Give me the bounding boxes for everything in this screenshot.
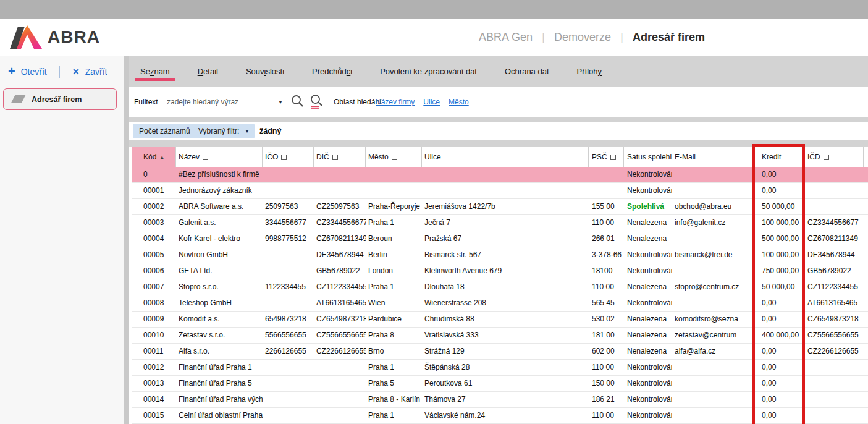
table-row[interactable]: 00006GETA Ltd.GB56789022LondonKlelinwort… xyxy=(132,263,868,279)
cell-ulice[interactable]: Ječná 7 xyxy=(422,215,589,231)
cell-kredit[interactable]: 0,00 xyxy=(755,360,803,375)
column-filter-icon[interactable] xyxy=(824,155,829,160)
cell-kod[interactable]: 00009 xyxy=(132,312,176,327)
cell-dic[interactable] xyxy=(314,183,366,198)
breadcrumb-environment[interactable]: Demoverze xyxy=(554,31,611,44)
cell-kod[interactable]: 00003 xyxy=(132,215,176,231)
cell-ulice[interactable]: Klelinworth Avenue 679 xyxy=(422,263,589,279)
cell-dic[interactable]: AT6613165465 xyxy=(314,295,366,311)
cell-icd[interactable]: CZ5566556655 xyxy=(803,328,864,343)
cell-status[interactable]: Nenalezena xyxy=(624,215,672,231)
cell-kredit[interactable]: 0,00 xyxy=(755,408,803,423)
cell-mesto[interactable]: Beroun xyxy=(366,231,422,247)
table-row[interactable]: 00003Galenit a.s.3344556677CZ3344556677P… xyxy=(132,215,868,231)
cell-ico[interactable] xyxy=(263,360,314,375)
cell-nazev[interactable]: Finanční úřad Praha 5 xyxy=(176,376,263,391)
cell-dic[interactable] xyxy=(314,408,366,423)
cell-kredit[interactable]: 0,00 xyxy=(755,295,803,311)
cell-nazev[interactable]: Teleshop GmbH xyxy=(176,295,263,311)
cell-email[interactable] xyxy=(672,392,755,407)
cell-kod[interactable]: 00007 xyxy=(132,279,176,295)
cell-email[interactable]: info@galenit.cz xyxy=(672,215,755,231)
cell-kod[interactable]: 00005 xyxy=(132,247,176,263)
cell-status[interactable]: Nenalezena xyxy=(624,328,672,343)
cell-icd[interactable] xyxy=(803,360,864,375)
cell-icd[interactable] xyxy=(803,376,864,391)
cell-ulice[interactable]: Peroutkova 61 xyxy=(422,376,589,391)
cell-icd[interactable]: CZ6708211349 xyxy=(803,231,864,247)
close-button[interactable]: ✕ Zavřít xyxy=(72,61,107,82)
cell-dic[interactable]: GB56789022 xyxy=(314,263,366,279)
cell-nazev[interactable]: Finanční úřad Praha východ xyxy=(176,392,263,407)
record-count-button[interactable]: Počet záznamů xyxy=(133,124,196,138)
cell-ulice[interactable]: Jeremiášova 1422/7b xyxy=(422,199,589,214)
cell-psc[interactable]: 110 00 xyxy=(589,360,624,375)
cell-mesto[interactable]: Praha-Řeporyje xyxy=(366,199,422,214)
panel-splitter[interactable] xyxy=(124,56,129,424)
cell-nazev[interactable]: #Bez příslušnosti k firmě xyxy=(176,167,263,182)
table-row[interactable]: 00004Kofr Karel - elektro9988775512CZ670… xyxy=(132,231,868,247)
cell-kredit[interactable]: 0,00 xyxy=(755,392,803,407)
cell-ico[interactable]: 3344556677 xyxy=(263,215,314,231)
column-header-dic[interactable]: DIČ xyxy=(314,147,366,167)
cell-psc[interactable] xyxy=(589,183,624,198)
search-highlight-icon[interactable] xyxy=(310,87,324,117)
cell-kod[interactable]: 00010 xyxy=(132,328,176,343)
cell-email[interactable] xyxy=(672,408,755,423)
cell-icd[interactable] xyxy=(803,167,864,182)
cell-mesto[interactable]: Pardubice xyxy=(366,312,422,327)
cell-ico[interactable] xyxy=(263,392,314,407)
cell-ulice[interactable] xyxy=(422,183,589,198)
cell-ulice[interactable]: Strážná 129 xyxy=(422,344,589,359)
cell-mesto[interactable] xyxy=(366,167,422,182)
cell-kredit[interactable]: 50 000,00 xyxy=(755,199,803,214)
cell-kredit[interactable]: 0,00 xyxy=(755,312,803,327)
tab-ochrana-dat[interactable]: Ochrana dat xyxy=(499,56,555,87)
cell-mesto[interactable]: Praha 8 xyxy=(366,328,422,343)
cell-ulice[interactable]: Pražská 67 xyxy=(422,231,589,247)
cell-dic[interactable]: CZ1122334455 xyxy=(314,279,366,295)
cell-email[interactable]: bismarck@frei.de xyxy=(672,247,755,263)
cell-email[interactable] xyxy=(672,167,755,182)
cell-mesto[interactable]: Brno xyxy=(366,344,422,359)
cell-kod[interactable]: 00011 xyxy=(132,344,176,359)
column-filter-icon[interactable] xyxy=(203,155,208,160)
cell-icd[interactable]: CZ3344556677 xyxy=(803,215,864,231)
table-row[interactable]: 00010Zetastav s.r.o.5566556655CZ55665566… xyxy=(132,328,868,344)
cell-kredit[interactable]: 750 000,00 xyxy=(755,263,803,279)
cell-mesto[interactable]: Wien xyxy=(366,295,422,311)
scope-link-n-zev-firmy[interactable]: Název firmy xyxy=(376,98,415,106)
cell-psc[interactable] xyxy=(589,167,624,182)
cell-ulice[interactable]: Bismarck str. 567 xyxy=(422,247,589,263)
cell-icd[interactable]: CZ1122334455 xyxy=(803,279,864,295)
cell-psc[interactable]: 110 00 xyxy=(589,279,624,295)
table-row[interactable]: 00012Finanční úřad Praha 1Praha 1Štěpáns… xyxy=(132,360,868,376)
cell-nazev[interactable]: Celní úřad oblastní Praha xyxy=(176,408,263,423)
cell-kod[interactable]: 00014 xyxy=(132,392,176,407)
scope-link-m-sto[interactable]: Město xyxy=(449,98,469,106)
cell-ulice[interactable]: Wienerstrasse 208 xyxy=(422,295,589,311)
cell-status[interactable]: Spolehlivá xyxy=(624,199,672,214)
cell-status[interactable]: Nenalezena xyxy=(624,344,672,359)
tab-seznam[interactable]: Seznam xyxy=(134,56,176,87)
column-header-email[interactable]: E-Mail xyxy=(672,147,755,167)
cell-nazev[interactable]: Jednorázový zákazník xyxy=(176,183,263,198)
column-filter-icon[interactable] xyxy=(610,155,616,160)
cell-email[interactable]: komoditsro@sezna xyxy=(672,312,755,327)
cell-status[interactable]: Nekontrolována xyxy=(624,360,672,375)
cell-psc[interactable]: 150 00 xyxy=(589,376,624,391)
cell-ico[interactable]: 2266126655 xyxy=(263,344,314,359)
cell-status[interactable]: Nenalezena xyxy=(624,312,672,327)
cell-ico[interactable] xyxy=(263,247,314,263)
cell-dic[interactable]: CZ5566556655 xyxy=(314,328,366,343)
cell-email[interactable] xyxy=(672,263,755,279)
cell-ico[interactable]: 1122334455 xyxy=(263,279,314,295)
selected-filter-dropdown[interactable]: Vybraný filtr: ▼ xyxy=(193,124,255,138)
cell-ico[interactable]: 25097563 xyxy=(263,199,314,214)
cell-ico[interactable] xyxy=(263,263,314,279)
cell-status[interactable]: Nekontrolována xyxy=(624,376,672,391)
cell-status[interactable]: Nenalezena xyxy=(624,279,672,295)
column-header-psc[interactable]: PSČ xyxy=(589,147,624,167)
column-filter-icon[interactable] xyxy=(281,155,287,160)
tab-povolen-ke-zpracov-n-dat[interactable]: Povolení ke zpracování dat xyxy=(374,56,483,87)
